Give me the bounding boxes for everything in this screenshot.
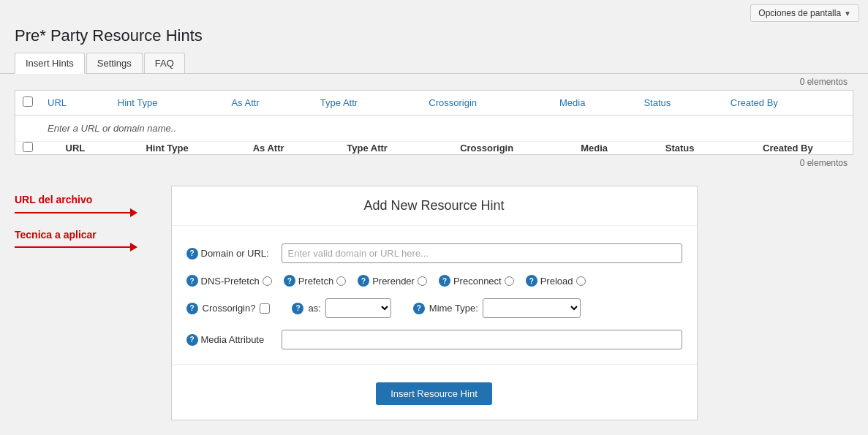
dns-prefetch-radio[interactable] [263, 276, 272, 286]
footer-col-type-attr[interactable]: Type Attr [313, 142, 422, 155]
annotations-container: URL del archivo Tecnica a aplicar [15, 193, 176, 262]
col-hint-type[interactable]: Hint Type [110, 91, 224, 116]
main-content: 0 elementos URL Hint Type As Attr Type A… [0, 74, 868, 435]
screen-options-label: Opciones de pantalla [758, 8, 841, 18]
submit-row: Insert Resource Hint [172, 374, 697, 405]
prerender-label: Prerender [372, 276, 415, 287]
dns-prefetch-label: DNS-Prefetch [201, 276, 260, 287]
radio-prefetch: ? Prefetch [284, 275, 346, 287]
technique-arrow-line [15, 246, 132, 248]
col-created-by[interactable]: Created By [723, 91, 853, 116]
prefetch-help-icon[interactable]: ? [284, 275, 295, 287]
col-url[interactable]: URL [40, 91, 110, 116]
prefetch-label: Prefetch [298, 276, 333, 287]
table-footer-row: URL Hint Type As Attr Type Attr Crossori… [15, 142, 853, 155]
domain-help-icon[interactable]: ? [186, 248, 198, 260]
page-title: Pre* Party Resource Hints [0, 26, 868, 53]
empty-row-text: Enter a URL or domain name.. [40, 116, 853, 142]
resource-hints-table: URL Hint Type As Attr Type Attr Crossori… [15, 91, 853, 154]
radio-preconnect: ? Preconnect [439, 275, 514, 287]
radio-group: ? DNS-Prefetch ? Prefetch ? Prerender [186, 275, 586, 287]
preconnect-radio[interactable] [505, 276, 514, 286]
footer-col-hint-type[interactable]: Hint Type [110, 142, 224, 155]
mime-type-item: ? Mime Type: text/css text/javascript im… [413, 298, 581, 318]
domain-label: ? Domain or URL: [186, 248, 274, 260]
as-label: as: [308, 303, 320, 314]
tab-settings[interactable]: Settings [86, 53, 143, 73]
tabs-bar: Insert Hints Settings FAQ [0, 53, 868, 74]
table-container: URL Hint Type As Attr Type Attr Crossori… [15, 90, 853, 155]
media-help-icon[interactable]: ? [186, 334, 198, 346]
mime-type-select[interactable]: text/css text/javascript image/png [483, 298, 581, 318]
footer-col-created-by[interactable]: Created By [723, 142, 853, 155]
table-count-top: 0 elementos [15, 74, 853, 90]
as-help-icon[interactable]: ? [292, 303, 303, 314]
table-empty-row: Enter a URL or domain name.. [15, 116, 853, 142]
col-crossorigin[interactable]: Crossorigin [421, 91, 552, 116]
url-annotation-arrow [15, 212, 176, 213]
footer-col-url[interactable]: URL [40, 142, 110, 155]
technique-annotation-label: Tecnica a aplicar [15, 228, 176, 243]
domain-input[interactable] [282, 243, 682, 263]
add-hint-title: Add New Resource Hint [172, 186, 697, 226]
as-select[interactable]: script style image font [325, 298, 391, 318]
mime-help-icon[interactable]: ? [413, 303, 425, 314]
media-row: ? Media Attribute [172, 324, 697, 355]
prerender-help-icon[interactable]: ? [358, 275, 369, 287]
crossorigin-help-icon[interactable]: ? [186, 303, 198, 314]
footer-col-status[interactable]: Status [636, 142, 722, 155]
crossorigin-label: Crossorigin? [203, 303, 256, 314]
preconnect-help-icon[interactable]: ? [439, 275, 450, 287]
select-all-checkbox-bottom[interactable] [23, 142, 33, 152]
top-bar: Opciones de pantalla ▼ [0, 0, 868, 26]
preload-label: Preload [540, 276, 573, 287]
table-count-bottom: 0 elementos [15, 155, 853, 171]
attrs-row: ? Crossorigin? ? as: script style image … [172, 292, 697, 324]
media-label: ? Media Attribute [186, 334, 274, 346]
table-header-row: URL Hint Type As Attr Type Attr Crossori… [15, 91, 853, 116]
dns-prefetch-help-icon[interactable]: ? [186, 275, 198, 287]
select-all-checkbox[interactable] [23, 97, 33, 107]
add-hint-box: Add New Resource Hint ? Domain or URL: ?… [171, 186, 698, 420]
add-hint-wrapper: URL del archivo Tecnica a aplicar Add Ne… [15, 171, 853, 428]
radio-preload: ? Preload [526, 275, 586, 287]
col-status[interactable]: Status [636, 91, 722, 116]
crossorigin-checkbox[interactable] [260, 303, 270, 314]
prefetch-radio[interactable] [336, 276, 346, 286]
footer-col-crossorigin[interactable]: Crossorigin [421, 142, 552, 155]
form-divider [172, 364, 697, 365]
radio-prerender: ? Prerender [358, 275, 427, 287]
domain-row: ? Domain or URL: [172, 238, 697, 269]
insert-resource-hint-button[interactable]: Insert Resource Hint [376, 382, 492, 405]
footer-checkbox-col [15, 142, 40, 155]
hint-type-row: ? DNS-Prefetch ? Prefetch ? Prerender [172, 269, 697, 292]
radio-dns-prefetch: ? DNS-Prefetch [186, 275, 272, 287]
col-media[interactable]: Media [552, 91, 636, 116]
mime-type-label: Mime Type: [429, 303, 478, 314]
chevron-down-icon: ▼ [844, 10, 851, 18]
footer-col-as-attr[interactable]: As Attr [224, 142, 312, 155]
col-type-attr[interactable]: Type Attr [313, 91, 422, 116]
technique-annotation-arrow [15, 246, 176, 248]
crossorigin-item: ? Crossorigin? [186, 303, 271, 314]
url-arrow-line [15, 212, 132, 213]
media-input[interactable] [282, 330, 682, 349]
preload-help-icon[interactable]: ? [526, 275, 537, 287]
as-item: ? as: script style image font [292, 298, 390, 318]
tab-faq[interactable]: FAQ [144, 53, 185, 73]
prerender-radio[interactable] [418, 276, 427, 286]
col-as-attr[interactable]: As Attr [224, 91, 312, 116]
screen-options-button[interactable]: Opciones de pantalla ▼ [750, 4, 859, 22]
header-checkbox-col [15, 91, 40, 116]
preload-radio[interactable] [576, 276, 586, 286]
domain-label-text: Domain or URL: [201, 248, 269, 259]
footer-col-media[interactable]: Media [552, 142, 636, 155]
tab-insert-hints[interactable]: Insert Hints [15, 53, 85, 74]
url-annotation-label: URL del archivo [15, 193, 176, 208]
media-label-text: Media Attribute [201, 334, 265, 345]
preconnect-label: Preconnect [453, 276, 502, 287]
